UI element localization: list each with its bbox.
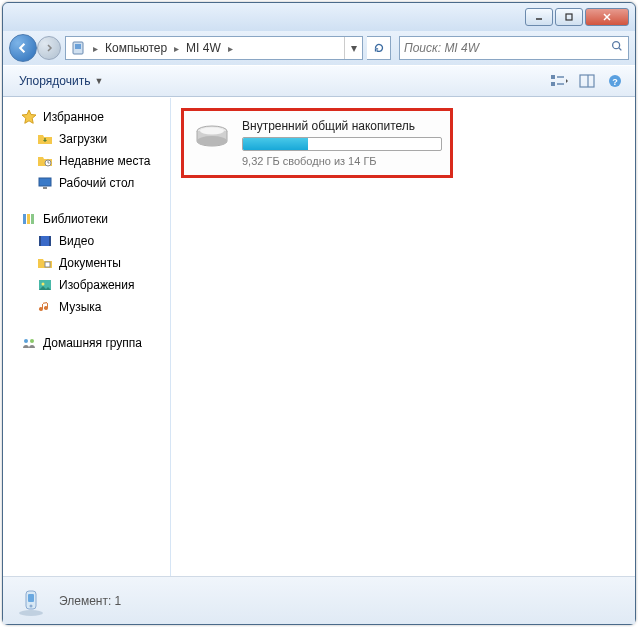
sidebar-libraries-label: Библиотеки: [43, 212, 108, 226]
drive-icon: [192, 119, 232, 159]
chevron-down-icon: ▼: [94, 76, 103, 86]
svg-point-31: [197, 136, 227, 146]
address-bar[interactable]: ▸ Компьютер ▸ MI 4W ▸ ▾: [65, 36, 363, 60]
status-bar: Элемент: 1: [3, 576, 635, 624]
sidebar-item-pictures[interactable]: Изображения: [3, 274, 170, 296]
svg-rect-23: [39, 236, 41, 246]
svg-point-28: [24, 339, 28, 343]
folder-icon: [37, 131, 53, 147]
breadcrumb-arrow[interactable]: ▸: [171, 43, 182, 54]
svg-rect-1: [566, 14, 572, 20]
svg-rect-20: [27, 214, 30, 224]
svg-point-27: [42, 283, 45, 286]
drive-item[interactable]: Внутренний общий накопитель 9,32 ГБ своб…: [181, 108, 453, 178]
sidebar-item-label: Музыка: [59, 300, 101, 314]
sidebar-libraries-header[interactable]: Библиотеки: [3, 208, 170, 230]
explorer-window: ▸ Компьютер ▸ MI 4W ▸ ▾ Упорядочить ▼: [2, 2, 636, 625]
content-pane[interactable]: Внутренний общий накопитель 9,32 ГБ своб…: [171, 98, 635, 576]
device-large-icon: [13, 583, 49, 619]
svg-rect-19: [23, 214, 26, 224]
navigation-bar: ▸ Компьютер ▸ MI 4W ▸ ▾: [3, 31, 635, 65]
organize-button[interactable]: Упорядочить ▼: [11, 70, 111, 92]
sidebar-favorites-label: Избранное: [43, 110, 104, 124]
drive-free-text: 9,32 ГБ свободно из 14 ГБ: [242, 155, 442, 167]
sidebar-item-downloads[interactable]: Загрузки: [3, 128, 170, 150]
svg-rect-17: [39, 178, 51, 186]
title-bar: [3, 3, 635, 31]
sidebar-homegroup-label: Домашняя группа: [43, 336, 142, 350]
search-input[interactable]: [404, 41, 610, 55]
svg-point-33: [19, 610, 43, 616]
breadcrumb-root-arrow[interactable]: ▸: [90, 43, 101, 54]
sidebar-item-video[interactable]: Видео: [3, 230, 170, 252]
forward-button[interactable]: [37, 36, 61, 60]
view-options-button[interactable]: [547, 69, 571, 93]
breadcrumb-arrow[interactable]: ▸: [225, 43, 236, 54]
drive-name: Внутренний общий накопитель: [242, 119, 442, 133]
svg-rect-18: [43, 187, 47, 189]
organize-label: Упорядочить: [19, 74, 90, 88]
svg-rect-25: [45, 262, 50, 267]
sidebar-item-label: Загрузки: [59, 132, 107, 146]
svg-point-36: [30, 604, 33, 607]
sidebar-item-label: Рабочий стол: [59, 176, 134, 190]
explorer-body: Избранное Загрузки Недавние места Рабочи…: [3, 97, 635, 576]
sidebar-item-desktop[interactable]: Рабочий стол: [3, 172, 170, 194]
refresh-button[interactable]: [367, 36, 391, 60]
address-dropdown[interactable]: ▾: [344, 37, 362, 59]
command-bar: Упорядочить ▼ ?: [3, 65, 635, 97]
svg-rect-9: [551, 82, 555, 86]
desktop-icon: [37, 175, 53, 191]
back-button[interactable]: [9, 34, 37, 62]
breadcrumb-device[interactable]: MI 4W: [182, 37, 225, 59]
sidebar-item-label: Документы: [59, 256, 121, 270]
svg-point-6: [613, 42, 620, 49]
sidebar-item-label: Недавние места: [59, 154, 150, 168]
sidebar-homegroup-header[interactable]: Домашняя группа: [3, 332, 170, 354]
drive-capacity-bar: [242, 137, 442, 151]
sidebar-item-music[interactable]: Музыка: [3, 296, 170, 318]
svg-rect-24: [49, 236, 51, 246]
search-box[interactable]: [399, 36, 629, 60]
sidebar-item-documents[interactable]: Документы: [3, 252, 170, 274]
sidebar-item-label: Изображения: [59, 278, 134, 292]
sidebar-favorites-header[interactable]: Избранное: [3, 106, 170, 128]
svg-rect-5: [75, 44, 81, 49]
preview-pane-button[interactable]: [575, 69, 599, 93]
sidebar-item-label: Видео: [59, 234, 94, 248]
navigation-pane: Избранное Загрузки Недавние места Рабочи…: [3, 98, 171, 576]
help-button[interactable]: ?: [603, 69, 627, 93]
drive-info: Внутренний общий накопитель 9,32 ГБ своб…: [242, 119, 442, 167]
breadcrumb-computer[interactable]: Компьютер: [101, 37, 171, 59]
recent-icon: [37, 153, 53, 169]
maximize-button[interactable]: [555, 8, 583, 26]
documents-icon: [37, 255, 53, 271]
svg-point-32: [200, 128, 224, 135]
minimize-button[interactable]: [525, 8, 553, 26]
search-icon: [610, 39, 624, 57]
svg-text:?: ?: [612, 77, 618, 87]
video-icon: [37, 233, 53, 249]
music-icon: [37, 299, 53, 315]
device-icon: [68, 38, 88, 58]
pictures-icon: [37, 277, 53, 293]
status-text: Элемент: 1: [59, 594, 121, 608]
close-button[interactable]: [585, 8, 629, 26]
star-icon: [21, 109, 37, 125]
sidebar-item-recent[interactable]: Недавние места: [3, 150, 170, 172]
svg-line-7: [619, 48, 622, 51]
homegroup-icon: [21, 335, 37, 351]
svg-rect-35: [28, 594, 34, 602]
svg-rect-12: [580, 75, 594, 87]
svg-rect-21: [31, 214, 34, 224]
libraries-icon: [21, 211, 37, 227]
svg-rect-8: [551, 75, 555, 79]
svg-point-29: [30, 339, 34, 343]
